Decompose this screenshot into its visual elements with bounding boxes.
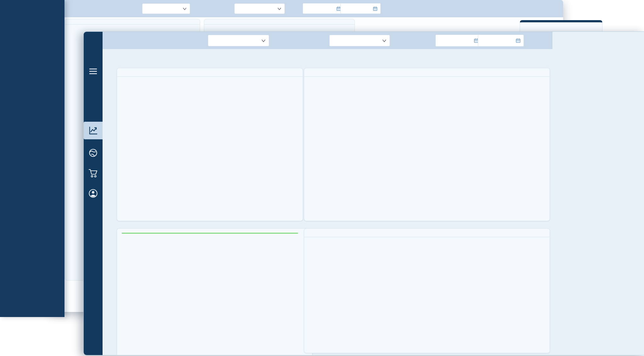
average-line-chart — [304, 247, 550, 338]
dashboard-canvas — [103, 49, 644, 355]
nav-product-details[interactable] — [84, 166, 103, 180]
nav-sales-analytics[interactable] — [84, 122, 103, 139]
date-start-input[interactable] — [435, 35, 482, 47]
sales-matrix-card — [117, 228, 312, 355]
calendar-icon — [516, 38, 521, 43]
kpi-title — [520, 22, 602, 25]
product-category-dropdown[interactable] — [234, 3, 285, 14]
chevron-down-icon — [382, 39, 386, 42]
date-end-input[interactable] — [478, 35, 524, 47]
hamburger-icon — [89, 68, 98, 75]
app-sidebar — [0, 0, 64, 317]
icon-rail — [84, 32, 103, 355]
ytd-bar-card — [304, 68, 550, 221]
card-subtitle — [312, 232, 541, 237]
sales-matrix-table — [122, 233, 298, 234]
cart-icon — [88, 169, 98, 178]
calendar-icon — [373, 6, 378, 11]
bar-chart-legend — [304, 77, 550, 86]
average-sales-card — [304, 228, 550, 353]
nav-employee-details[interactable] — [84, 186, 103, 200]
product-category-dropdown[interactable] — [329, 35, 390, 46]
menu-button[interactable] — [84, 64, 103, 78]
background-filter-bar — [50, 0, 563, 17]
card-title — [65, 19, 200, 25]
card-subtitle — [312, 72, 541, 76]
total-sales-donut-card — [117, 68, 303, 221]
line-chart-legend — [304, 237, 550, 247]
desktop — [0, 0, 644, 356]
chevron-down-icon — [277, 8, 281, 10]
region-dropdown[interactable] — [142, 3, 190, 14]
main-window — [83, 31, 644, 355]
region-dropdown[interactable] — [208, 35, 269, 46]
globe-icon — [88, 148, 98, 158]
filter-bar — [103, 32, 552, 49]
stacked-bar-chart — [304, 86, 550, 206]
date-start-input[interactable] — [303, 3, 344, 14]
donut-chart — [117, 77, 303, 201]
chevron-down-icon — [261, 39, 266, 42]
line-chart-icon — [88, 126, 98, 135]
card-subtitle — [125, 72, 294, 76]
user-icon — [88, 188, 98, 198]
nav-region-details[interactable] — [84, 146, 103, 160]
date-end-input[interactable] — [340, 3, 381, 14]
card-title — [204, 19, 355, 25]
chevron-down-icon — [183, 8, 187, 10]
